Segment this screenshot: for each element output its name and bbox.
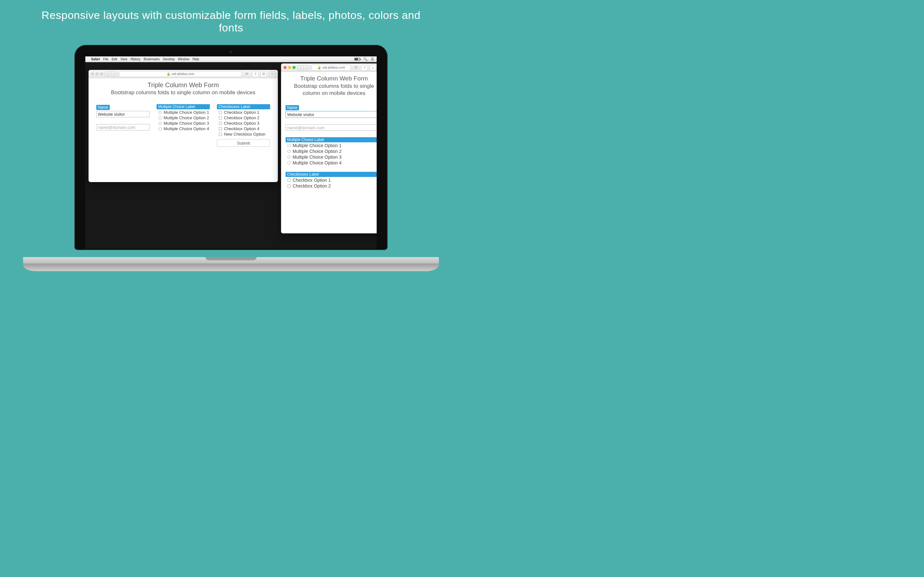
menu-extras-icon[interactable]: ☰ [371, 57, 374, 61]
reload-icon[interactable]: ⟳ [352, 65, 359, 69]
checkbox-option[interactable]: Checkbox Option 2 [288, 183, 376, 189]
lock-icon: 🔒 [317, 66, 321, 69]
multiple-choice-label: Multiple Choice Label [286, 137, 376, 142]
page-title: Triple Column Web Form [96, 81, 270, 89]
zoom-icon[interactable] [100, 73, 103, 75]
menubar-app-name[interactable]: Safari [91, 57, 100, 61]
radio-option[interactable]: Multiple Choice Option 4 [158, 126, 210, 131]
checkbox-option[interactable]: Checkbox Option 1 [288, 177, 376, 183]
radio-icon[interactable] [158, 111, 162, 114]
safari-window-mobile: ‹ › 🔒 uat.aidaluu.com ⟳ ⇪ » ＋ Triple Col… [281, 63, 376, 234]
checkbox-icon[interactable] [219, 111, 222, 114]
url-text: uat.aidaluu.com [172, 72, 194, 76]
close-icon[interactable] [284, 66, 286, 69]
menu-bookmarks[interactable]: Bookmarks [144, 57, 160, 61]
minimize-icon[interactable] [95, 73, 99, 75]
nav-back-forward[interactable]: ‹ › [297, 65, 310, 70]
close-icon[interactable] [91, 73, 94, 75]
forward-icon[interactable]: › [304, 65, 310, 70]
radio-option[interactable]: Multiple Choice Option 2 [158, 115, 210, 120]
checkbox-icon[interactable] [288, 179, 291, 182]
radio-option[interactable]: Multiple Choice Option 2 [288, 149, 376, 154]
more-icon[interactable]: » [370, 65, 376, 71]
checkboxes-label: Checkboxes Label [286, 172, 376, 177]
new-tab-button[interactable]: ＋ [269, 71, 275, 77]
radio-icon[interactable] [158, 127, 162, 131]
safari-window-desktop: ‹ › 🔒 uat.aidaluu.com ⟳ ⇪ ⧉ ＋ Triple Col… [89, 70, 278, 182]
url-text: uat.aidaluu.com [322, 66, 345, 69]
macos-menubar: Safari File Edit View History Bookmarks … [86, 56, 376, 62]
menu-develop[interactable]: Develop [163, 57, 175, 61]
address-bar[interactable]: 🔒 uat.aidaluu.com [312, 65, 351, 71]
lock-icon: 🔒 [166, 72, 170, 76]
checkbox-icon[interactable] [219, 116, 222, 119]
menu-window[interactable]: Window [178, 57, 190, 61]
menu-help[interactable]: Help [192, 57, 199, 61]
menu-file[interactable]: File [103, 57, 108, 61]
page-title: Triple Column Web Form [286, 75, 376, 82]
share-icon[interactable]: ⇪ [252, 71, 258, 77]
back-icon[interactable]: ‹ [298, 65, 304, 70]
safari-toolbar: ‹ › 🔒 uat.aidaluu.com ⟳ ⇪ » ＋ [281, 63, 376, 72]
safari-toolbar: ‹ › 🔒 uat.aidaluu.com ⟳ ⇪ ⧉ ＋ [89, 70, 278, 78]
window-controls[interactable] [91, 73, 103, 75]
share-icon[interactable]: ⇪ [361, 65, 368, 71]
submit-button[interactable]: Submit [217, 139, 270, 147]
forward-icon[interactable]: › [111, 72, 117, 76]
checkbox-icon[interactable] [219, 122, 222, 125]
checkbox-option[interactable]: New Checkbox Option [219, 132, 270, 137]
radio-icon[interactable] [288, 150, 291, 153]
radio-icon[interactable] [158, 116, 162, 119]
webpage-desktop: Triple Column Web Form Bootstrap columns… [89, 78, 278, 182]
laptop-frame: Safari File Edit View History Bookmarks … [74, 45, 388, 263]
email-input[interactable] [286, 124, 376, 131]
laptop-base [23, 257, 439, 271]
page-subtitle: Bootstrap columns folds to single column… [286, 83, 376, 97]
radio-option[interactable]: Multiple Choice Option 3 [288, 155, 376, 160]
menu-edit[interactable]: Edit [111, 57, 117, 61]
desktop-area: Safari File Edit View History Bookmarks … [86, 56, 376, 249]
tabs-icon[interactable]: ⧉ [260, 71, 267, 77]
window-controls[interactable] [284, 66, 296, 69]
radio-icon[interactable] [158, 122, 162, 125]
checkbox-option[interactable]: Checkbox Option 4 [219, 126, 270, 131]
promo-headline: Responsive layouts with customizable for… [0, 0, 462, 34]
checkbox-option[interactable]: Checkbox Option 2 [219, 115, 270, 120]
checkbox-option[interactable]: Checkbox Option 3 [219, 121, 270, 126]
email-input[interactable] [96, 124, 150, 131]
radio-option[interactable]: Multiple Choice Option 1 [288, 143, 376, 148]
radio-icon[interactable] [288, 161, 291, 164]
battery-icon[interactable] [354, 58, 360, 61]
name-label: Name [96, 105, 110, 110]
checkbox-icon[interactable] [288, 184, 291, 187]
address-bar[interactable]: 🔒 uat.aidaluu.com [119, 71, 242, 77]
checkbox-icon[interactable] [219, 127, 222, 131]
name-input[interactable] [96, 111, 150, 117]
page-subtitle: Bootstrap columns folds to single column… [96, 89, 270, 96]
name-label: Name [286, 105, 299, 110]
camera-icon [230, 51, 232, 53]
radio-option[interactable]: Multiple Choice Option 4 [288, 160, 376, 165]
checkbox-option[interactable]: Checkbox Option 1 [219, 110, 270, 115]
radio-icon[interactable] [288, 155, 291, 159]
webpage-mobile: Triple Column Web Form Bootstrap columns… [281, 72, 376, 234]
radio-option[interactable]: Multiple Choice Option 3 [158, 121, 210, 126]
spotlight-icon[interactable]: 🔍 [363, 57, 368, 61]
nav-back-forward[interactable]: ‹ › [105, 71, 117, 77]
multiple-choice-label: Multiple Choice Label [157, 104, 210, 109]
checkbox-icon[interactable] [219, 133, 222, 136]
checkboxes-label: Checkboxes Label [217, 104, 270, 109]
minimize-icon[interactable] [288, 66, 291, 69]
radio-option[interactable]: Multiple Choice Option 1 [158, 110, 210, 115]
reload-icon[interactable]: ⟳ [244, 72, 250, 76]
menu-history[interactable]: History [131, 57, 141, 61]
zoom-icon[interactable] [292, 66, 296, 69]
menu-view[interactable]: View [120, 57, 128, 61]
back-icon[interactable]: ‹ [105, 72, 111, 76]
name-input[interactable] [286, 111, 376, 118]
radio-icon[interactable] [288, 144, 291, 147]
